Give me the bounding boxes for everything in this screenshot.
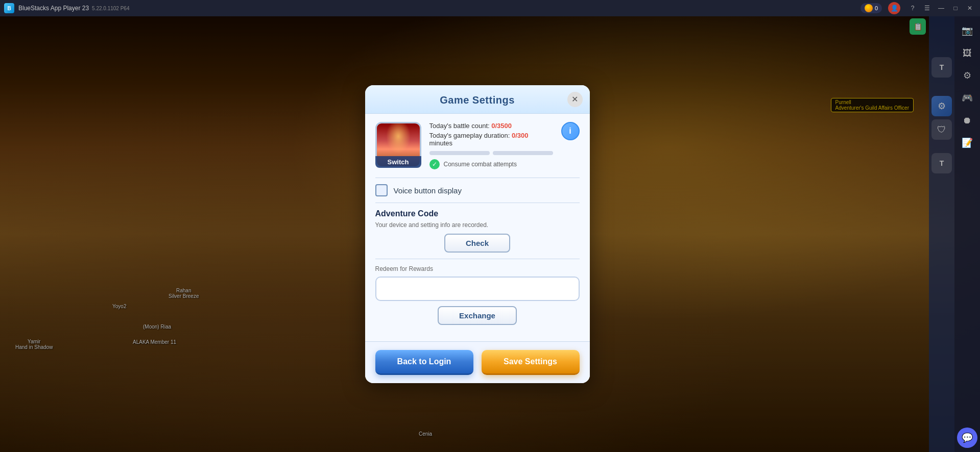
adventure-desc: Your device and setting info are recorde…: [375, 221, 580, 229]
sidebar-gamepad-icon[interactable]: 🎮: [957, 88, 977, 108]
bluestacks-sidebar: 📷 🖼 ⚙ 🎮 ⏺ 📝 💬: [954, 16, 980, 452]
duration-unit: minutes: [429, 139, 453, 147]
divider-1: [375, 178, 580, 178]
divider-3: [375, 259, 580, 259]
duration-value: 0/300: [512, 132, 529, 139]
sidebar-script-icon[interactable]: 📝: [957, 133, 977, 153]
sidebar-media-icon[interactable]: 🖼: [957, 43, 977, 63]
help-button[interactable]: ?: [906, 3, 919, 13]
close-button[interactable]: ✕: [964, 3, 976, 13]
redeem-input[interactable]: [375, 277, 580, 301]
account-avatar-wrap: Switch: [375, 122, 421, 168]
sidebar-chat-button[interactable]: 💬: [957, 428, 977, 448]
voice-label: Voice button display: [394, 186, 462, 195]
app-logo: B: [4, 3, 14, 13]
modal-close-button[interactable]: ✕: [567, 92, 583, 107]
app-title: BlueStacks App Player 23: [18, 5, 89, 12]
back-to-login-button[interactable]: Back to Login: [375, 350, 473, 375]
info-button[interactable]: i: [561, 122, 580, 140]
duration-label: Today's gameplay duration:: [429, 132, 510, 139]
consume-label: Consume combat attempts: [444, 161, 517, 168]
account-info: Today's battle count: 0/3500 Today's gam…: [429, 122, 553, 169]
redeem-section: Redeem for Rewards Exchange: [375, 265, 580, 325]
battle-count-label: Today's battle count:: [429, 122, 490, 130]
modal-title: Game Settings: [440, 94, 515, 106]
game-content: Purnell Adventurer's Guild Affairs Offic…: [0, 16, 954, 452]
modal-footer: Back to Login Save Settings: [365, 341, 590, 383]
sidebar-settings-icon[interactable]: ⚙: [957, 65, 977, 86]
battle-count-row: Today's battle count: 0/3500: [429, 122, 553, 130]
coin-count: 0: [875, 5, 878, 11]
modal-overlay: Game Settings ✕ Switch Today's battle: [0, 16, 954, 452]
account-section: Switch Today's battle count: 0/3500 Toda…: [375, 122, 580, 169]
coin-display: 0: [861, 3, 882, 13]
app-subtitle: 5.22.0.1102 P64: [92, 6, 129, 11]
checkmark-icon: ✓: [429, 159, 440, 169]
game-settings-modal: Game Settings ✕ Switch Today's battle: [365, 85, 590, 383]
progress-bar-1: [429, 151, 490, 155]
save-settings-button[interactable]: Save Settings: [482, 350, 580, 375]
check-button[interactable]: Check: [444, 234, 510, 253]
consume-row: ✓ Consume combat attempts: [429, 159, 553, 169]
redeem-label: Redeem for Rewards: [375, 265, 580, 272]
exchange-button[interactable]: Exchange: [438, 306, 517, 325]
voice-section: Voice button display: [375, 184, 580, 196]
progress-bar-2: [493, 151, 553, 155]
sidebar-macro-icon[interactable]: ⏺: [957, 110, 977, 131]
user-avatar[interactable]: 👤: [888, 2, 900, 14]
adventure-section: Adventure Code Your device and setting i…: [375, 209, 580, 253]
voice-checkbox[interactable]: [375, 184, 388, 196]
adventure-title: Adventure Code: [375, 209, 580, 218]
titlebar: B BlueStacks App Player 23 5.22.0.1102 P…: [0, 0, 980, 16]
divider-2: [375, 203, 580, 203]
battle-count-value: 0/3500: [491, 122, 512, 130]
modal-header: Game Settings ✕: [365, 85, 590, 114]
menu-button[interactable]: ☰: [921, 3, 933, 13]
switch-label[interactable]: Switch: [375, 156, 421, 168]
restore-button[interactable]: □: [949, 3, 962, 13]
sidebar-camera-icon[interactable]: 📷: [957, 20, 977, 41]
duration-row: Today's gameplay duration: 0/300 minutes: [429, 132, 553, 147]
progress-bars: [429, 151, 553, 155]
modal-body: Switch Today's battle count: 0/3500 Toda…: [365, 114, 590, 341]
coin-icon: [865, 4, 873, 12]
minimize-button[interactable]: —: [935, 3, 947, 13]
titlebar-controls: 0 👤 ? ☰ — □ ✕: [861, 2, 976, 14]
